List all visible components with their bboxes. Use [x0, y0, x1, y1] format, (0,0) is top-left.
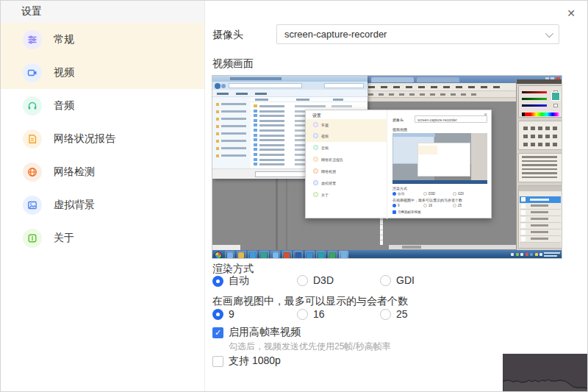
preview-clock	[544, 252, 560, 258]
radio-icon	[380, 275, 391, 286]
preview-color-panel	[518, 85, 562, 118]
overlay-window	[503, 354, 588, 392]
radio-gallery-25[interactable]: 25	[380, 308, 408, 320]
preview-ps-panels	[516, 79, 562, 250]
radio-icon	[297, 275, 308, 286]
checkbox-icon	[212, 356, 223, 367]
sidebar-item-general[interactable]: 常规	[1, 23, 204, 56]
sidebar-item-network-test[interactable]: 网络检测	[1, 155, 204, 188]
radio-render-gdi[interactable]: GDI	[380, 274, 415, 286]
camera-label: 摄像头	[212, 29, 243, 42]
checkbox-icon: ✓	[212, 327, 223, 338]
about-icon	[23, 229, 42, 248]
sidebar-item-label: 关于	[54, 232, 74, 245]
gallery-view-label: 在画廊视图中，最多可以显示的与会者个数	[212, 295, 408, 308]
preview-inner-preview-image	[392, 133, 487, 184]
video-preview: 设置 ✕ 常规 视频 音频 网络状况报告 网络检测 虚拟背景 关于 摄像头 sc…	[212, 75, 562, 259]
sidebar-item-video[interactable]: 视频	[1, 56, 204, 89]
close-icon[interactable]: ✕	[564, 6, 578, 21]
preview-start-orb	[215, 252, 222, 259]
report-icon	[23, 129, 42, 149]
headphones-icon	[23, 96, 42, 115]
sidebar-item-audio[interactable]: 音频	[1, 89, 204, 122]
preview-system-tray	[511, 253, 542, 257]
image-icon	[23, 196, 42, 215]
sidebar: 设置 常规 视频 音频 网络状况报告	[1, 1, 205, 392]
preview-layers-panel	[518, 185, 562, 249]
radio-render-d3d[interactable]: D3D	[297, 274, 334, 286]
video-camera-icon	[23, 63, 42, 82]
sidebar-item-about[interactable]: 关于	[1, 221, 204, 254]
camera-select-value: screen-capture-recorder	[284, 29, 545, 40]
radio-gallery-9[interactable]: 9	[212, 308, 234, 320]
radio-icon	[212, 309, 223, 320]
globe-icon	[23, 163, 42, 182]
preview-taskbar-icons	[225, 251, 348, 259]
sidebar-item-network-report[interactable]: 网络状况报告	[1, 122, 204, 155]
radio-render-auto[interactable]: 自动	[212, 274, 249, 288]
preview-taskbar	[212, 250, 562, 259]
camera-select[interactable]: screen-capture-recorder	[276, 24, 559, 44]
preview-spectrum-bar	[522, 113, 560, 116]
sidebar-header: 设置	[1, 1, 204, 23]
settings-dialog: 设置 常规 视频 音频 网络状况报告	[0, 0, 588, 392]
sidebar-item-label: 虚拟背景	[54, 199, 95, 212]
checkbox-high-fps[interactable]: ✓ 启用高帧率视频	[212, 326, 301, 339]
sidebar-item-virtual-background[interactable]: 虚拟背景	[1, 188, 204, 221]
radio-icon	[212, 276, 223, 287]
chevron-down-icon	[545, 29, 553, 37]
preview-history-panel	[518, 153, 562, 182]
dialog-title: 设置	[21, 5, 42, 18]
radio-icon	[380, 309, 391, 320]
sliders-icon	[23, 30, 42, 49]
sidebar-item-label: 音频	[54, 99, 74, 113]
preview-explorer-nav	[212, 97, 251, 168]
preview-inner-settings-dialog: 设置 ✕ 常规 视频 音频 网络状况报告 网络检测 虚拟背景 关于 摄像头 sc…	[305, 110, 492, 218]
sidebar-item-label: 常规	[54, 33, 74, 46]
radio-gallery-16[interactable]: 16	[297, 308, 325, 320]
preview-label: 视频画面	[212, 57, 254, 71]
radio-icon	[297, 309, 308, 320]
high-fps-hint: 勾选后，视频发送优先使用25帧/秒高帧率	[229, 341, 391, 353]
checkbox-1080p[interactable]: 支持 1080p	[212, 354, 281, 368]
mountain-silhouette-graphic	[503, 354, 588, 392]
sidebar-item-label: 视频	[54, 66, 74, 79]
sidebar-item-label: 网络状况报告	[54, 132, 115, 146]
preview-tools-panel	[518, 121, 562, 150]
sidebar-item-label: 网络检测	[54, 165, 95, 179]
